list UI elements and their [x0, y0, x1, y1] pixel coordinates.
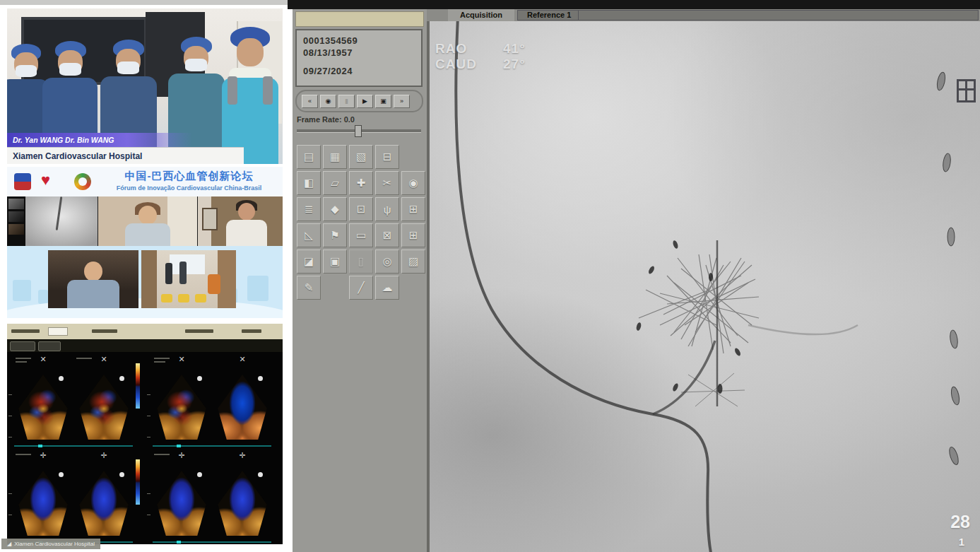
tool-contrast-button[interactable]: ◉ — [401, 171, 425, 195]
toolbar-row: ◪ ▣ ▯ ◎ ▨ — [297, 249, 425, 274]
tool-annotate-button[interactable]: ◧ — [297, 171, 321, 195]
tool-report-button[interactable]: ▨ — [401, 249, 425, 274]
tab-reference-1[interactable]: Reference 1 — [520, 11, 579, 20]
echo-view-color-flow: ✕ — [14, 355, 72, 445]
watermark-text: Xiamen Cardiovascular Hospital — [14, 539, 95, 549]
projection-angle-overlay: RAO 41° CAUD 27° — [435, 41, 526, 72]
record-button[interactable]: ◉ — [320, 95, 336, 108]
participant-thumbnail[interactable] — [8, 211, 24, 222]
tool-print-button[interactable]: ⊟ — [375, 145, 399, 169]
heart-logo-icon: ♥ — [41, 171, 50, 189]
tool-list-button[interactable]: ≣ — [297, 197, 321, 221]
patient-id: 0001354569 — [303, 35, 415, 47]
echo-view-color-flow: ✕ — [213, 355, 271, 445]
doppler-colorbar — [136, 459, 140, 505]
doctor-names: Dr. Yan WANG Dr. Bin WANG — [13, 136, 114, 144]
or-video-feed: Dr. Yan WANG Dr. Bin WANG Xiamen Cardiov… — [7, 8, 283, 164]
participant-thumbnail[interactable] — [8, 199, 24, 209]
tool-marker-button[interactable]: ◆ — [323, 197, 347, 221]
tool-disabled-button[interactable]: ▯ — [349, 249, 373, 274]
stream-watermark: ◢ Xiamen Cardiovascular Hospital — [1, 539, 100, 549]
echo-crosshair-icon: ✕ — [14, 355, 72, 364]
corner-icon: ◢ — [7, 539, 11, 549]
patient-info-box: 0001354569 08/13/1957 09/27/2024 — [295, 29, 423, 87]
video-tile-speaker[interactable] — [98, 196, 197, 246]
toolbar-row: ◺ ⚑ ▭ ⊠ ⊞ — [297, 223, 425, 247]
echo-header-bar — [7, 324, 283, 339]
viewport-edge — [427, 21, 430, 552]
tool-flag-button[interactable]: ⚑ — [323, 223, 347, 247]
skip-start-button[interactable]: « — [302, 95, 318, 108]
play-button[interactable]: ▶ — [357, 95, 373, 108]
echo-tab[interactable] — [38, 341, 61, 351]
echo-view-3d: ✛ — [75, 451, 133, 541]
tool-sign-button[interactable]: ✎ — [297, 276, 321, 300]
video-tile-speaker[interactable] — [198, 196, 283, 246]
viewer-tab-strip: Acquisition Reference 1 — [427, 9, 980, 21]
echo-header-field — [48, 327, 68, 336]
conference-panel: ♥ 中国-巴西心血管创新论坛 Fórum de Inovação Cardiov… — [7, 167, 283, 318]
echo-crosshair-icon: ✕ — [213, 355, 271, 364]
echo-plus-marker-icon: ✛ — [14, 451, 72, 460]
tool-grid-button[interactable]: ⊞ — [401, 223, 425, 247]
echo-view-3d: ✛ — [14, 451, 72, 541]
doctor-name-banner: Dr. Yan WANG Dr. Bin WANG — [7, 133, 192, 147]
or-person — [98, 40, 158, 136]
skip-end-button[interactable]: » — [394, 95, 410, 108]
echo-workstation: ✕ ✕ ✛ ✛ — [7, 324, 283, 544]
tool-delete-button[interactable]: ⊠ — [375, 223, 399, 247]
angle-label: CAUD — [435, 57, 503, 72]
echo-quad-right: ✕ ✕ ✛ ✛ — [146, 352, 280, 544]
echo-plus-marker-icon: ✛ — [213, 451, 271, 460]
angle-value: 27° — [503, 57, 526, 72]
video-tile-angiogram[interactable] — [25, 196, 98, 246]
video-tile-speaker[interactable] — [48, 250, 138, 308]
tab-acquisition[interactable]: Acquisition — [448, 9, 514, 21]
tool-layout-button[interactable]: ⊞ — [401, 197, 425, 221]
tool-export-button[interactable]: ▤ — [297, 145, 321, 169]
tool-camera-button[interactable]: ◎ — [375, 249, 399, 274]
top-strip — [0, 0, 288, 5]
tool-card-button[interactable]: ▣ — [323, 249, 347, 274]
echo-view-color-flow: ✕ — [75, 355, 133, 445]
tool-cut-button[interactable]: ✂ — [375, 171, 399, 195]
participant-thumbnail[interactable] — [8, 224, 24, 235]
or-person — [168, 37, 225, 136]
pause-button[interactable]: ▮ — [338, 95, 355, 108]
tool-shape-button[interactable]: ▱ — [323, 171, 347, 195]
app-top-bar — [288, 0, 980, 9]
frame-rate-slider-thumb[interactable] — [355, 125, 362, 137]
participant-thumbnail-strip[interactable] — [7, 196, 25, 246]
hospital-name-bar: Xiamen Cardiovascular Hospital — [7, 147, 244, 164]
forum-logo-icon — [14, 173, 31, 190]
video-grid — [7, 196, 283, 318]
layout-grid-icon[interactable] — [957, 79, 976, 102]
tool-link-button[interactable]: ╱ — [349, 276, 373, 300]
angiogram-image[interactable]: RAO 41° CAUD 27° 28 1 — [427, 21, 980, 552]
tool-archive-button[interactable]: ▭ — [349, 223, 373, 247]
panel-header-strip — [295, 11, 424, 27]
toolbar-row: ◧ ▱ ✚ ✂ ◉ — [297, 171, 425, 195]
tool-cloud-button[interactable]: ☁ — [375, 276, 399, 300]
stop-button[interactable]: ▣ — [375, 95, 391, 108]
tool-copy-frame-button[interactable]: ⊡ — [349, 197, 373, 221]
echo-view-3d: ✛ — [213, 451, 271, 541]
echo-tab[interactable] — [10, 341, 35, 351]
tool-film-button[interactable]: ▧ — [349, 145, 373, 169]
tool-folder-button[interactable]: ▦ — [323, 145, 347, 169]
tool-measure-button[interactable]: ◺ — [297, 223, 321, 247]
tool-tree-button[interactable]: ψ — [375, 197, 399, 221]
echo-crosshair-icon: ✕ — [75, 355, 133, 364]
echo-crosshair-icon: ✕ — [153, 355, 211, 364]
toolbar-row: ≣ ◆ ⊡ ψ ⊞ — [297, 197, 425, 221]
angiogram-overlay-graphics — [427, 21, 980, 552]
tool-pan-button[interactable]: ✚ — [349, 171, 373, 195]
reference-tab-bar: Reference 1 — [517, 10, 979, 20]
echo-plus-marker-icon: ✛ — [75, 451, 133, 460]
tool-stamp-button[interactable]: ◪ — [297, 249, 321, 274]
angle-value: 41° — [503, 41, 526, 57]
video-tile-hospital-room[interactable] — [141, 250, 236, 308]
echo-plus-marker-icon: ✛ — [153, 451, 211, 460]
or-person — [41, 41, 98, 136]
forum-title-block: 中国-巴西心血管创新论坛 Fórum de Inovação Cardiovas… — [99, 170, 279, 192]
